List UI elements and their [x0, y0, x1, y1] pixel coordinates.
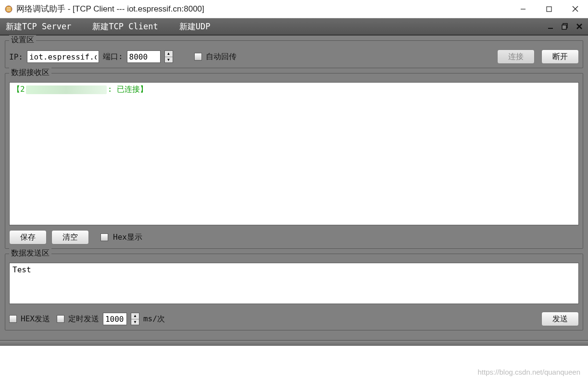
port-input[interactable]: [127, 50, 161, 63]
status-footer: [0, 340, 588, 346]
spinner-down-icon[interactable]: ▼: [131, 319, 139, 325]
receive-msg-suffix: : 已连接】: [108, 85, 148, 95]
save-button[interactable]: 保存: [9, 230, 47, 244]
watermark: https://blog.csdn.net/quanqueen: [477, 368, 580, 376]
auto-return-label: 自动回传: [206, 52, 237, 62]
interval-input[interactable]: [103, 313, 127, 325]
clear-button[interactable]: 清空: [51, 230, 89, 244]
hex-display-label: Hex显示: [113, 232, 142, 243]
document-controls: [546, 18, 584, 35]
doc-restore-icon[interactable]: [560, 22, 570, 31]
receive-panel: 数据接收区 【2 : 已连接】 保存 清空 Hex显示: [5, 73, 583, 249]
settings-panel: 设置区 IP: 端口: ▲ ▼ 自动回传 连接 断开: [5, 40, 583, 68]
receive-legend: 数据接收区: [9, 68, 51, 78]
settings-legend: 设置区: [9, 35, 36, 45]
menu-new-tcp-server[interactable]: 新建TCP Server: [0, 18, 77, 35]
receive-msg-prefix: 【2: [13, 85, 25, 95]
receive-message: 【2 : 已连接】: [13, 85, 575, 95]
menu-bar: 新建TCP Server 新建TCP Client 新建UDP: [0, 18, 588, 36]
maximize-button[interactable]: [536, 0, 562, 18]
minimize-button[interactable]: [510, 0, 536, 18]
send-legend: 数据发送区: [9, 248, 51, 258]
hex-send-label: HEX发送: [21, 314, 50, 324]
interval-spinner[interactable]: ▲ ▼: [131, 313, 139, 325]
send-panel: 数据发送区 HEX发送 定时发送 ▲ ▼ ms/次 发送: [5, 254, 583, 330]
hex-display-checkbox[interactable]: [100, 233, 108, 241]
title-bar: 网络调试助手 - [TCP Client --- iot.espressif.c…: [0, 0, 588, 18]
port-spinner[interactable]: ▲ ▼: [164, 50, 173, 63]
timed-send-checkbox[interactable]: [57, 315, 64, 323]
menu-new-udp[interactable]: 新建UDP: [174, 18, 216, 35]
window-title: 网络调试助手 - [TCP Client --- iot.espressif.c…: [16, 3, 204, 14]
disconnect-button[interactable]: 断开: [541, 49, 579, 64]
connect-button[interactable]: 连接: [497, 49, 535, 64]
receive-textarea[interactable]: 【2 : 已连接】: [9, 82, 579, 225]
send-button[interactable]: 发送: [541, 312, 579, 326]
client-area: 设置区 IP: 端口: ▲ ▼ 自动回传 连接 断开 数: [0, 36, 588, 340]
port-label: 端口:: [103, 52, 123, 62]
doc-close-icon[interactable]: [575, 22, 584, 31]
spinner-up-icon[interactable]: ▲: [131, 313, 139, 319]
spinner-up-icon[interactable]: ▲: [165, 51, 173, 57]
spinner-down-icon[interactable]: ▼: [165, 57, 173, 63]
svg-rect-5: [548, 28, 553, 29]
interval-unit-label: ms/次: [143, 314, 165, 324]
hex-send-checkbox[interactable]: [9, 315, 17, 323]
window-controls: [510, 0, 588, 18]
auto-return-checkbox[interactable]: [194, 53, 202, 61]
doc-minimize-icon[interactable]: [546, 22, 555, 31]
svg-rect-7: [562, 25, 566, 29]
menu-new-tcp-client[interactable]: 新建TCP Client: [87, 18, 163, 35]
ip-label: IP:: [9, 52, 23, 61]
ip-input[interactable]: [27, 50, 99, 63]
svg-rect-2: [547, 7, 551, 12]
timed-send-label: 定时发送: [68, 314, 99, 324]
send-textarea[interactable]: [9, 263, 579, 304]
close-button[interactable]: [562, 0, 588, 18]
app-icon: [4, 4, 13, 14]
redacted-text: [26, 85, 107, 94]
